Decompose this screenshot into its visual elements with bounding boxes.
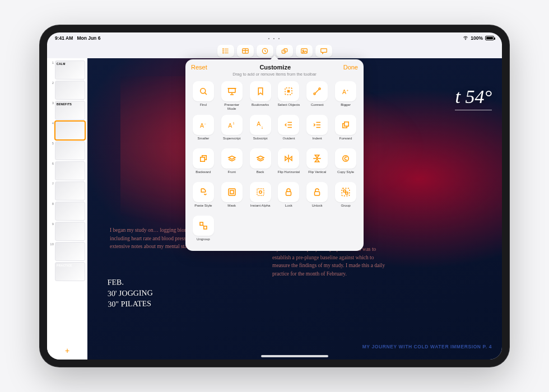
tool-label: Back — [257, 170, 264, 178]
tool-bookmark[interactable]: Bookmarks — [248, 81, 273, 111]
tool-connect[interactable]: Connect — [305, 81, 329, 111]
slide-thumb[interactable]: CALM — [55, 60, 85, 80]
tool-subscript[interactable]: A1Subscript — [248, 115, 273, 144]
instant-alpha-icon-tile[interactable] — [250, 182, 271, 202]
toolbar-list-button[interactable] — [217, 45, 234, 57]
slide-thumb[interactable] — [55, 202, 85, 221]
select-objects-icon-tile[interactable] — [278, 81, 299, 101]
tool-label: Bookmarks — [252, 103, 269, 111]
tool-backward[interactable]: Backward — [191, 148, 216, 178]
tool-instant-alpha[interactable]: Instant Alpha — [248, 182, 273, 212]
tool-label: Flip Horizontal — [278, 170, 300, 178]
slide-thumb[interactable]: PRACTICE — [55, 262, 85, 281]
slide-navigator[interactable]: 1CALM 2 3BENEFITS 4 5 6 7 8 9 10 10PRACT… — [47, 58, 87, 360]
tool-paste-style[interactable]: Paste Style — [191, 182, 216, 212]
slide-thumb[interactable] — [55, 141, 85, 160]
tool-mask[interactable]: Mask — [220, 182, 244, 212]
home-indicator[interactable] — [261, 355, 328, 357]
slide-thumb[interactable] — [55, 222, 85, 241]
bigger-text-icon-tile[interactable]: A+ — [335, 81, 356, 101]
slide-thumb[interactable] — [55, 121, 85, 140]
back-icon-tile[interactable] — [250, 148, 271, 169]
group-icon-tile[interactable] — [335, 182, 356, 202]
outdent-icon-tile[interactable] — [278, 115, 299, 135]
paste-style-icon-tile[interactable] — [193, 182, 214, 202]
reset-button[interactable]: Reset — [191, 64, 207, 71]
battery-icon — [485, 36, 494, 40]
tool-label: Backward — [196, 170, 211, 178]
tool-label: Presenter Mode — [220, 103, 244, 111]
search-icon-tile[interactable] — [193, 81, 214, 101]
tool-label: Front — [228, 170, 236, 178]
tool-bigger-text[interactable]: A+Bigger — [333, 81, 358, 111]
tool-superscript[interactable]: A1Superscript — [220, 115, 244, 144]
flip-vertical-icon-tile[interactable] — [306, 148, 328, 169]
connect-icon-tile[interactable] — [306, 81, 328, 101]
tool-smaller-text[interactable]: A−Smaller — [191, 115, 216, 144]
svg-point-14 — [303, 50, 304, 51]
tool-copy-style[interactable]: Copy Style — [333, 148, 358, 178]
slide-footer: MY JOURNEY WITH COLD WATER IMMERSION P. … — [362, 344, 492, 349]
svg-text:A: A — [342, 88, 346, 95]
smaller-text-icon-tile[interactable]: A− — [193, 115, 214, 135]
copy-style-icon-tile[interactable] — [335, 148, 356, 169]
backward-icon-tile[interactable] — [193, 148, 214, 169]
tool-flip-horizontal[interactable]: Flip Horizontal — [276, 148, 301, 178]
tool-forward[interactable]: Forward — [333, 115, 358, 144]
popover-title: Customize — [259, 64, 291, 71]
flip-horizontal-icon-tile[interactable] — [278, 148, 299, 169]
slide-thumb[interactable] — [55, 81, 85, 100]
lock-icon-tile[interactable] — [278, 182, 299, 202]
tool-lock[interactable]: Lock — [276, 182, 301, 212]
svg-text:1: 1 — [232, 122, 234, 125]
tool-indent[interactable]: Indent — [305, 115, 329, 144]
tool-label: Copy Style — [337, 170, 354, 178]
tool-label: Subscript — [253, 137, 268, 144]
svg-rect-22 — [287, 90, 290, 93]
tool-front[interactable]: Front — [220, 148, 244, 178]
tool-flip-vertical[interactable]: Flip Vertical — [305, 148, 329, 178]
slide-thumb[interactable] — [55, 161, 85, 180]
multitask-dots-icon[interactable]: • • • — [268, 36, 281, 41]
indent-icon-tile[interactable] — [306, 115, 328, 135]
svg-rect-54 — [286, 192, 291, 195]
mask-icon-tile[interactable] — [221, 182, 243, 202]
add-slide-button[interactable]: + — [49, 344, 85, 357]
presenter-icon-tile[interactable] — [221, 81, 243, 101]
tool-label: Indent — [313, 137, 322, 144]
svg-point-23 — [314, 93, 315, 95]
svg-text:A: A — [228, 122, 232, 129]
toolbar-table-button[interactable] — [237, 45, 254, 57]
tool-label: Outdent — [282, 137, 295, 144]
front-icon-tile[interactable] — [221, 148, 243, 169]
done-button[interactable]: Done — [343, 64, 358, 71]
toolbar-comment-button[interactable] — [315, 45, 332, 57]
bookmark-icon-tile[interactable] — [250, 81, 271, 101]
superscript-icon-tile[interactable]: A1 — [221, 115, 243, 135]
tool-label: Lock — [285, 204, 292, 212]
tool-group[interactable]: Group — [333, 182, 358, 212]
ungroup-icon-tile[interactable] — [193, 216, 214, 236]
slide-thumb[interactable] — [55, 242, 85, 261]
comment-icon — [320, 47, 328, 55]
tool-ungroup[interactable]: Ungroup — [191, 216, 216, 245]
forward-icon-tile[interactable] — [335, 115, 356, 135]
svg-point-15 — [201, 88, 206, 94]
slide-thumb[interactable]: BENEFITS — [55, 101, 85, 120]
battery-pct: 100% — [471, 35, 483, 41]
tool-presenter[interactable]: Presenter Mode — [220, 81, 244, 111]
tool-unlock[interactable]: Unlock — [305, 182, 329, 212]
slide-thumb[interactable] — [55, 181, 85, 200]
tool-select-objects[interactable]: Select Objects — [276, 81, 301, 111]
svg-point-53 — [259, 191, 262, 194]
tool-back[interactable]: Back — [248, 148, 273, 178]
tool-search[interactable]: Find — [191, 81, 216, 111]
tool-label: Select Objects — [277, 103, 300, 111]
svg-text:A: A — [200, 122, 204, 129]
unlock-icon-tile[interactable] — [306, 182, 328, 202]
tool-outdent[interactable]: Outdent — [276, 115, 301, 144]
svg-marker-48 — [315, 160, 319, 162]
toolbar-photo-button[interactable] — [296, 45, 313, 57]
subscript-icon-tile[interactable]: A1 — [250, 115, 271, 135]
handwritten-note: FEB. 30' JOGGING 30" PILATES — [107, 276, 153, 310]
